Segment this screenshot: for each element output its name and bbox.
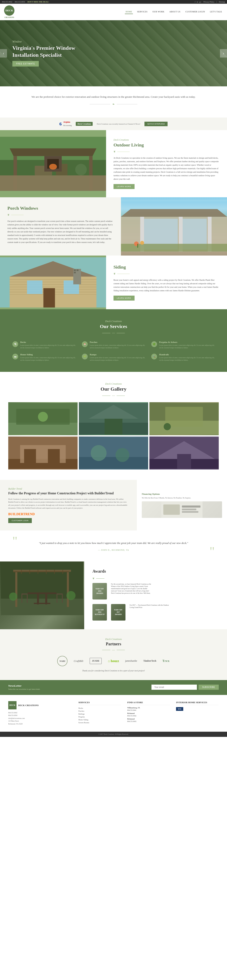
store-williamsburg: Williamsburg, VA804.555.0041 [127,707,170,712]
porch-text: Porch Windows ❦ Our porch windows are de… [0,197,121,256]
service-link-pergolas[interactable]: Pergolas [78,716,121,718]
porch-section: Porch Windows ❦ Our porch windows are de… [0,197,227,256]
newsletter-subtitle: Subscribe our newsletter to get latest d… [8,688,40,690]
gallery-item-3[interactable] [149,402,219,435]
award-badge-2016-img: NARI CHY2016AWARDS [92,583,107,600]
hero-prev-button[interactable]: ‹ [0,49,7,57]
hero-title: Virginia's Premier Window Installation S… [13,45,91,59]
svg-rect-23 [137,244,138,248]
outdoor-title: Outdoor Living [113,142,219,148]
award-runner-up: NARI CHY2016RUNNER UP [92,604,107,622]
svg-rect-37 [73,269,81,285]
service-siding: 🏘 Home Siding Lorem ipsum dolor sit amet… [13,353,76,361]
footer-interior-title: Interior Home Services [176,701,219,705]
builder-description: Deck Creations is among the top BuilderT… [8,498,129,510]
phone1[interactable]: 804.555.0042 [2,1,13,3]
service-link-decks[interactable]: Decks [78,707,121,709]
tv-section: 6 virginia this morning Deck Creations D… [0,118,227,130]
outdoor-image [0,130,106,197]
porches-name: Porches [90,341,145,343]
hero-script: Window [13,40,91,43]
gallery-item-2[interactable] [79,402,148,435]
svg-rect-5 [0,175,106,191]
services-divider: — [13,331,214,335]
svg-rect-75 [67,572,69,607]
nav-work[interactable]: OUR WORK [152,10,165,14]
award-2016-description: For the second time, we have honored Dec… [111,583,152,595]
builder-login-button[interactable]: CUSTOMER LOGIN [8,518,32,523]
gallery-grid [8,402,219,469]
gallery-section: Deck Creations Our Gallery — [0,372,227,480]
hero-next-button[interactable]: › [220,49,227,57]
social-icons: f in g+ [195,1,202,3]
buildertrend-section: Builder Trend Follow the Progress of you… [0,480,227,530]
partners-title: Partners [13,642,214,646]
gallery-item-4[interactable] [8,436,78,469]
tv-watch-button[interactable]: WATCH INTERVIEW [144,122,168,126]
privacy-link[interactable]: Privacy Policy [203,1,214,3]
financing-title: Financing Options [142,493,222,495]
intro-divider: ❧ [25,102,202,106]
award-badge-2017-img: NARI CHY2017AWARDS [111,604,125,620]
decks-desc: Lorem ipsum dolor sit amet, consectetur … [20,344,76,349]
service-link-porches[interactable]: Porches [78,710,121,712]
svg-rect-51 [165,407,203,426]
svg-rect-83 [28,592,57,594]
newsletter-subscribe-button[interactable]: SUBSCRIBE [198,685,219,690]
nav-contact[interactable]: LET'S TALK [209,10,223,14]
hero-section: ‹ Window Virginia's Premier Window Insta… [0,20,227,86]
svg-rect-34 [27,280,43,294]
fb-icon[interactable]: f [195,1,195,3]
builder-left: Builder Trend Follow the Progress of you… [0,480,137,530]
testimonial-section: " "I just wanted to drop you a note to l… [0,530,227,561]
gallery-item-6[interactable] [149,436,219,469]
footer-services: Services Decks Porches Railings Pergolas… [78,701,121,725]
svg-rect-92 [62,595,63,603]
intro-ornament: ❧ [112,102,115,106]
financing-text: We Offer the Best From 3 Months. No Inte… [142,497,222,499]
footer-services-links: Decks Porches Railings Pergolas Home Sid… [78,707,121,724]
porch-image [121,197,227,256]
nav-about[interactable]: ABOUT US [168,10,181,14]
siding-title: Siding [113,264,219,270]
outdoor-learn-button[interactable]: LEARN MORE [113,184,135,189]
service-link-screen[interactable]: Screen Rooms [78,722,121,724]
newsletter-email-input[interactable] [151,685,197,690]
footer-find-store: Find a Store Williamsburg, VA804.555.004… [127,701,170,725]
footer-address: 804.555.0042 804.555.0050 info@deckcreat… [8,711,72,725]
svg-rect-39 [76,269,78,271]
nav-services[interactable]: SERVICES [136,10,148,14]
linkedin-icon[interactable]: in [197,1,198,3]
siding-learn-button[interactable]: LEARN MORE [113,296,135,301]
svg-point-61 [116,448,129,462]
service-link-siding[interactable]: Home Siding [78,719,121,721]
quote-mark-left: " [13,535,17,547]
partner-timbertech: TimberTech [143,656,156,666]
svg-point-22 [140,241,144,245]
tv-brand: Deck Creations [76,122,93,126]
main-nav: DECK CREATIONS HOME SERVICES OUR WORK AB… [0,4,227,20]
gallery-header: Deck Creations Our Gallery — [8,382,219,397]
porch-title: Porch Windows [8,205,113,211]
service-pergolas: 🌿 Pergolas & Arbors Lorem ipsum dolor si… [151,341,214,349]
phone2[interactable]: 804.555.0050 [15,1,25,3]
builder-title: Follow the Progress of your Home Constru… [8,491,129,496]
nav-login[interactable]: CUSTOMER LOGIN [184,10,206,14]
siding-description: Boost your home's curb appeal and energy… [113,278,219,292]
top-bar-contact: 804.555.0042 804.555.0050 DON'T MISS THE… [2,1,49,3]
siding-divider: ❦ [113,272,219,275]
google-icon[interactable]: g+ [199,1,202,3]
service-link-railings[interactable]: Railings [78,713,121,715]
service-handrails: 🔨 Handrails Lorem ipsum dolor sit amet, … [151,353,214,361]
handrails-icon: 🔨 [151,354,157,360]
gallery-item-5[interactable] [79,436,148,469]
builder-right: Financing Options We Offer the Best From… [137,480,227,530]
sitemap-link[interactable]: Sitemap [219,1,225,3]
tv-show: this morning [63,124,72,126]
logo-icon: DECK [4,5,14,16]
nav-home[interactable]: HOME [125,10,133,14]
hero-cta-button[interactable]: FREE ESTIMATE [13,61,39,67]
pergolas-desc: Lorem ipsum dolor sit amet, consectetur … [159,344,214,349]
gallery-item-1[interactable] [8,402,78,435]
partner-james-hardie: jameshardie [125,656,137,666]
